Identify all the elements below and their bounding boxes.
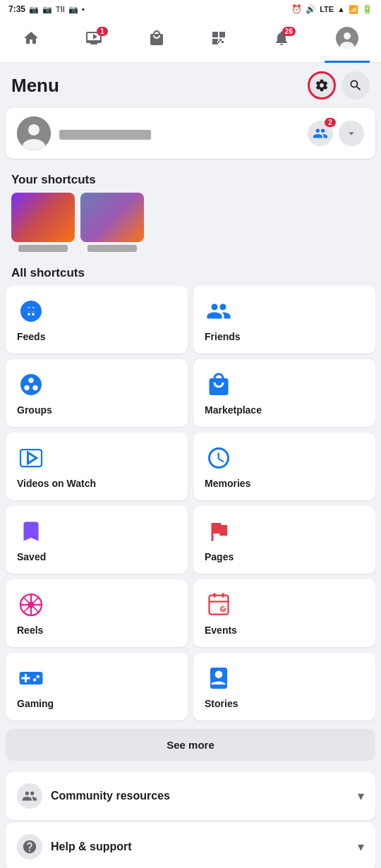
grid-item-feeds[interactable]: Feeds	[6, 286, 188, 354]
home-icon	[23, 30, 40, 51]
status-left: 7:35 📷 📷 TII 📷 •	[8, 4, 85, 14]
profile-nav-icon	[336, 27, 358, 54]
shortcut-label-1	[18, 245, 68, 252]
community-chevron-icon: ▾	[358, 788, 364, 804]
settings-button[interactable]	[308, 71, 336, 100]
community-left: Community resources	[17, 783, 170, 809]
shortcut-thumb-2	[80, 193, 144, 242]
nav-bar: 1 26	[0, 18, 381, 63]
reels-label: Reels	[17, 625, 43, 636]
grid-item-memories[interactable]: Memories	[193, 433, 375, 500]
friend-requests-button[interactable]: 2	[308, 121, 333, 146]
grid-item-marketplace[interactable]: Marketplace	[193, 359, 375, 427]
chevron-down-icon	[345, 127, 358, 140]
groups-label: Groups	[17, 404, 52, 416]
watch-grid-icon	[17, 444, 45, 472]
notifications-badge: 26	[282, 27, 296, 36]
friends-icon	[205, 297, 233, 325]
saved-icon	[17, 517, 45, 545]
reels-icon	[17, 591, 45, 619]
volume-icon: 🔊	[306, 4, 316, 14]
profile-dropdown-button[interactable]	[339, 121, 364, 146]
shortcuts-row	[6, 193, 375, 258]
camera-icon: 📷	[29, 5, 39, 14]
svg-rect-15	[210, 596, 229, 615]
community-resources-section[interactable]: Community resources ▾	[6, 772, 375, 820]
status-bar: 7:35 📷 📷 TII 📷 • ⏰ 🔊 LTE ▲ 📶 🔋	[0, 0, 381, 18]
grid-item-watch[interactable]: Videos on Watch	[6, 433, 188, 500]
lte-icon: LTE	[320, 5, 334, 13]
grid-item-pages[interactable]: Pages	[193, 506, 375, 574]
nav-profile[interactable]	[325, 24, 370, 56]
svg-point-4	[28, 124, 40, 135]
redacted-name	[59, 130, 151, 140]
community-icon	[17, 783, 42, 809]
help-chevron-icon: ▾	[358, 839, 364, 855]
help-left: Help & support	[17, 834, 132, 860]
wifi-icon: 📶	[349, 5, 358, 14]
status-right: ⏰ 🔊 LTE ▲ 📶 🔋	[291, 4, 373, 14]
friends-label: Friends	[205, 331, 241, 342]
nav-notifications[interactable]: 26	[262, 27, 301, 54]
help-label: Help & support	[51, 840, 132, 853]
friend-requests-badge: 2	[325, 118, 336, 127]
events-label: Events	[205, 625, 237, 636]
time-display: 7:35	[8, 4, 25, 14]
grid-item-gaming[interactable]: Gaming	[6, 653, 188, 721]
memories-icon	[205, 444, 233, 472]
pages-label: Pages	[205, 551, 234, 562]
feeds-label: Feeds	[17, 331, 45, 342]
dot-icon: •	[82, 5, 85, 13]
memories-label: Memories	[205, 478, 250, 489]
events-icon	[205, 591, 233, 619]
shortcuts-section: Your shortcuts	[0, 164, 381, 260]
shortcut-item-2[interactable]	[80, 193, 144, 252]
groups-icon	[17, 370, 45, 399]
help-icon	[17, 834, 42, 860]
instagram2-icon: 📷	[68, 5, 78, 14]
shortcut-item-1[interactable]	[11, 193, 75, 252]
nav-watch[interactable]: 1	[74, 27, 114, 54]
profile-left	[17, 116, 151, 150]
feeds-icon	[17, 297, 45, 325]
saved-label: Saved	[17, 551, 46, 562]
all-shortcuts-title: All shortcuts	[0, 260, 381, 286]
stories-label: Stories	[205, 698, 238, 709]
grid-item-reels[interactable]: Reels	[6, 579, 188, 647]
help-support-section[interactable]: Help & support ▾	[6, 823, 375, 868]
battery-icon: 🔋	[362, 4, 373, 14]
see-more-button[interactable]: See more	[6, 729, 375, 761]
shortcut-thumb-1	[11, 193, 75, 242]
gear-icon	[315, 78, 329, 92]
grid-item-stories[interactable]: Stories	[193, 653, 375, 721]
grid-item-events[interactable]: Events	[193, 579, 375, 647]
friend-requests-icon	[313, 126, 328, 141]
grid-item-saved[interactable]: Saved	[6, 506, 188, 574]
nav-marketplace[interactable]	[137, 27, 176, 54]
gaming-label: Gaming	[17, 698, 54, 709]
profile-name	[59, 127, 151, 139]
avatar	[17, 116, 51, 150]
profile-card[interactable]: 2	[6, 108, 375, 159]
marketplace-label: Marketplace	[205, 404, 262, 416]
shortcuts-title: Your shortcuts	[6, 170, 375, 193]
instagram-icon: 📷	[42, 5, 52, 14]
grid-item-groups[interactable]: Groups	[6, 359, 188, 427]
marketplace-nav-icon	[148, 30, 165, 51]
grid-item-friends[interactable]: Friends	[193, 286, 375, 354]
shortcuts-grid: Feeds Friends Groups Marketplace Videos …	[0, 286, 381, 726]
signal-bars-icon: ▲	[337, 5, 345, 13]
svg-point-1	[344, 32, 351, 40]
nav-home[interactable]	[11, 27, 51, 54]
nav-groups[interactable]	[199, 27, 238, 54]
groups-nav-icon	[210, 30, 227, 51]
menu-header-icons	[308, 71, 370, 100]
expand-sections: Community resources ▾ Help & support ▾ S…	[0, 766, 381, 868]
watch-label: Videos on Watch	[17, 478, 96, 489]
menu-header: Menu	[0, 63, 381, 102]
gaming-icon	[17, 664, 45, 692]
alarm-icon: ⏰	[291, 4, 302, 14]
search-button[interactable]	[341, 71, 370, 100]
profile-right: 2	[308, 121, 364, 146]
shortcut-label-2	[87, 245, 137, 252]
